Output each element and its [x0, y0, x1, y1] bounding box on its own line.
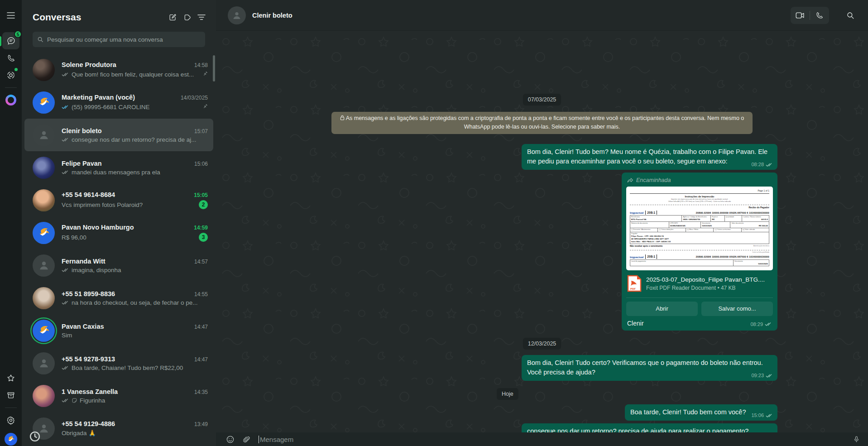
chat-list-item[interactable]: +55 54 9614-868415:05 Vcs imprimem fotos…	[22, 184, 216, 216]
chat-list-item[interactable]: +55 54 9278-931314:47 Boa tarde, Chaiane…	[22, 347, 216, 379]
read-receipt-icon	[62, 169, 69, 175]
rail-divider	[5, 87, 17, 88]
read-receipt-icon	[62, 365, 69, 370]
chat-time: 15:07	[194, 128, 208, 134]
chat-name: Felipe Pavan	[62, 160, 190, 167]
emoji-icon[interactable]	[226, 435, 235, 444]
message-composer	[216, 432, 868, 446]
chat-preview: consegue nos dar um retorno? precisa de …	[72, 136, 208, 143]
rail-divider	[5, 408, 17, 408]
conversation-header[interactable]: Clenir boleto	[216, 0, 868, 31]
chat-list-item[interactable]: Felipe Pavan15:06 mandei duas mensagens …	[22, 151, 216, 184]
outgoing-message: Bom dia, Clenir! Tudo certo? Verificamos…	[522, 355, 777, 381]
encryption-notice[interactable]: As mensagens e as ligações são protegida…	[331, 112, 753, 134]
read-receipt-icon	[62, 72, 69, 77]
outgoing-message: consegue nos dar um retorno? precisa de …	[522, 423, 777, 432]
chat-name: +55 54 9278-9313	[62, 355, 190, 363]
chat-list-item[interactable]: Pavan Caxias14:47 Sim	[22, 314, 216, 347]
unread-badge: 3	[199, 233, 208, 242]
chat-preview: na hora do checkout, ou seja, de fechar …	[72, 299, 208, 306]
sticker-icon	[72, 398, 77, 403]
voice-call-button[interactable]	[810, 7, 829, 24]
chat-list: Solene Produtora14:58 Que bom! fico bem …	[22, 51, 216, 446]
chat-list-item[interactable]: Fernanda Witt14:57 imagina, disponha	[22, 249, 216, 282]
file-type-size: Foxit PDF Reader Document • 47 KB	[646, 285, 765, 291]
read-receipt-icon	[62, 300, 69, 305]
chat-list-item[interactable]: Solene Produtora14:58 Que bom! fico bem …	[22, 53, 216, 86]
chat-list-item[interactable]: 1 Vanessa Zanella14:35 Figurinha	[22, 379, 216, 412]
profile-picture	[5, 433, 17, 446]
chat-list-item-selected[interactable]: Clenir boleto15:07 consegue nos dar um r…	[24, 119, 213, 151]
chat-list-item[interactable]: Pavan Novo Hamburgo14:59 R$ 96,00 3	[22, 216, 216, 249]
unread-total-badge: 5	[14, 30, 22, 38]
message-input[interactable]	[260, 436, 845, 443]
message-text: Boa tarde, Clenir! Tudo bem com você?	[630, 408, 746, 416]
forward-icon	[627, 177, 633, 183]
read-receipt-icon	[62, 398, 69, 403]
chat-preview: Que bom! fico bem feliz, qualquer coisa …	[72, 71, 200, 78]
message-history: 07/03/2025 As mensagens e as ligações sã…	[216, 31, 868, 432]
document-preview[interactable]: Page 1 of 1 Instruções de Impressão Impr…	[626, 187, 773, 270]
chat-time: 15:06	[194, 161, 208, 167]
date-chip: 07/03/2025	[523, 94, 561, 106]
pin-icon	[200, 102, 210, 112]
label-filter-icon[interactable]	[180, 10, 194, 24]
chat-preview: Sim	[62, 332, 208, 339]
boleto-preview: Page 1 of 1 Instruções de Impressão Impr…	[630, 189, 769, 266]
chat-list-item[interactable]: +55 51 8959-883614:55 na hora do checkou…	[22, 282, 216, 314]
chat-list-item[interactable]: Marketing Pavan (você)14/03/2025 (55) 99…	[22, 86, 216, 119]
chat-time: 14:57	[194, 259, 208, 265]
call-button-group	[791, 7, 829, 24]
scrollbar-thumb[interactable]	[213, 55, 215, 82]
chat-name: +55 54 9129-4886	[62, 420, 190, 427]
search-input[interactable]	[47, 36, 201, 43]
meta-ai-tab[interactable]	[2, 91, 19, 109]
read-receipt-icon	[765, 321, 772, 326]
status-tab[interactable]	[2, 67, 19, 84]
profile-avatar[interactable]	[2, 429, 19, 446]
forwarded-label: Encaminhada	[627, 177, 773, 183]
chats-tab[interactable]: 5	[2, 32, 19, 49]
read-receipt-icon	[766, 413, 773, 418]
outgoing-message: Boa tarde, Clenir! Tudo bem com você? 15…	[625, 404, 777, 421]
settings-tab[interactable]	[2, 412, 19, 429]
read-receipt-icon	[766, 373, 773, 378]
file-name: 2025-03-07_Deposito_Filipe Pavan_BTG....	[646, 276, 765, 283]
avatar	[33, 254, 55, 277]
mic-icon[interactable]	[853, 435, 860, 444]
date-chip: Hoje	[497, 388, 518, 400]
filter-chats-icon[interactable]	[194, 10, 209, 24]
chat-name: +55 54 9614-8684	[62, 191, 189, 198]
open-button[interactable]: Abrir	[626, 302, 698, 316]
panel-title: Conversas	[33, 12, 165, 23]
meta-ai-icon	[5, 95, 16, 106]
message-time: 08:28	[751, 161, 764, 168]
message-time: 15:06	[751, 412, 764, 419]
new-chat-icon[interactable]	[165, 10, 180, 24]
attach-icon[interactable]	[243, 435, 250, 444]
menu-icon[interactable]	[2, 7, 19, 24]
message-text: Bom dia, Clenir! Tudo certo? Verificamos…	[527, 359, 763, 376]
archive-tab[interactable]	[2, 387, 19, 404]
search-in-chat-icon[interactable]	[842, 7, 859, 24]
read-receipt-icon	[766, 162, 773, 167]
save-as-button[interactable]: Salvar como...	[701, 302, 773, 316]
chat-name: Fernanda Witt	[62, 258, 190, 265]
chat-time: 15:05	[194, 192, 208, 198]
video-call-button[interactable]	[791, 7, 810, 24]
encryption-notice-row: As mensagens e as ligações são protegida…	[216, 112, 868, 134]
message-input-wrap	[259, 436, 845, 443]
chat-preview: Boa tarde, Chaiane! Tudo bem? R$22,00	[72, 364, 208, 371]
avatar	[33, 417, 55, 440]
chat-list-item[interactable]: +55 54 9129-488613:49 Obrigada 🙏	[22, 412, 216, 445]
search-bar[interactable]	[33, 32, 205, 47]
file-attachment[interactable]: PDF 2025-03-07_Deposito_Filipe Pavan_BTG…	[626, 270, 773, 297]
avatar	[33, 352, 55, 374]
pin-icon	[200, 69, 210, 79]
favorites-tab[interactable]	[2, 369, 19, 387]
nav-rail: 5	[0, 0, 22, 446]
chat-name: Pavan Novo Hamburgo	[62, 224, 189, 231]
chat-preview: Figurinha	[80, 397, 208, 404]
chat-time: 14:59	[194, 225, 208, 231]
calls-tab[interactable]	[2, 49, 19, 67]
